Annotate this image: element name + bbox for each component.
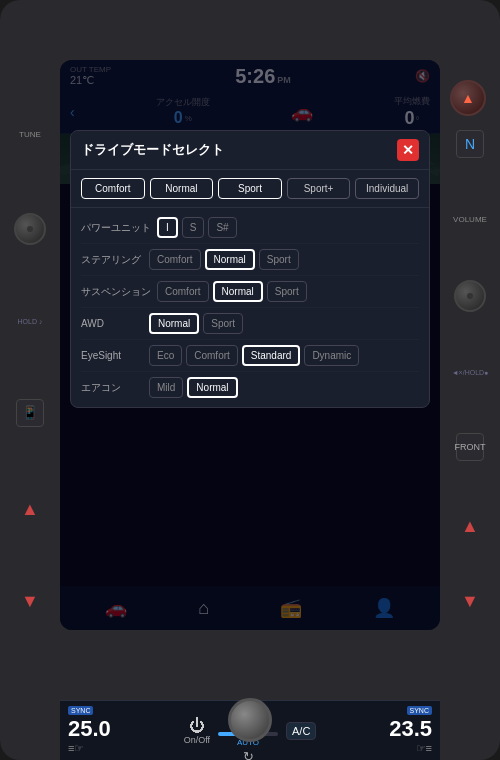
eyesight-eco-button[interactable]: Eco [149, 345, 182, 366]
main-screen: OUT TEMP 21℃ 5:26 PM 🔇 ‹ アクセル開度 0 % 🚗 [60, 60, 440, 630]
steering-options: Comfort Normal Sport [149, 249, 419, 270]
volume-knob-inner [467, 293, 473, 299]
side-right-controls: N VOLUME ◄×/HOLD● FRONT ▲ ▼ [444, 120, 496, 620]
fan-icon-left: ≡☞ [68, 742, 84, 755]
modal-header: ドライブモードセレクト ✕ [71, 131, 429, 170]
powerunit-shash-button[interactable]: S# [208, 217, 236, 238]
gear-knob[interactable] [228, 698, 272, 742]
steering-row: ステアリング Comfort Normal Sport [81, 244, 419, 276]
ac-label: エアコン [81, 381, 143, 395]
eyesight-standard-button[interactable]: Standard [242, 345, 301, 366]
climate-left-temp: SYNC 25.0 ≡☞ [68, 706, 111, 755]
powerunit-row: パワーユニット I S S# [81, 212, 419, 244]
up-arrow-left[interactable]: ▲ [21, 500, 39, 518]
eyesight-options: Eco Comfort Standard Dynamic [149, 345, 419, 366]
mode-individual-button[interactable]: Individual [355, 178, 419, 199]
volume-knob[interactable] [454, 280, 486, 312]
ac-row: エアコン Mild Normal [81, 372, 419, 403]
modal-title: ドライブモードセレクト [81, 141, 224, 159]
hold-label-left: HOLD ♪ [18, 318, 43, 325]
eyesight-label: EyeSight [81, 350, 143, 361]
suspension-label: サスペンション [81, 285, 151, 299]
right-temp-value: 23.5 [389, 716, 432, 742]
modal-close-button[interactable]: ✕ [397, 139, 419, 161]
gear-shift-area [200, 690, 300, 750]
powerunit-i-button[interactable]: I [157, 217, 178, 238]
sync-badge-right: SYNC [407, 706, 432, 715]
powerunit-label: パワーユニット [81, 221, 151, 235]
suspension-comfort-button[interactable]: Comfort [157, 281, 209, 302]
mode-comfort-button[interactable]: Comfort [81, 178, 145, 199]
front-icon: FRONT [455, 442, 486, 452]
volume-label: VOLUME [453, 215, 487, 224]
awd-options: Normal Sport [149, 313, 419, 334]
suspension-row: サスペンション Comfort Normal Sport [81, 276, 419, 308]
awd-sport-button[interactable]: Sport [203, 313, 243, 334]
ac-mild-button[interactable]: Mild [149, 377, 183, 398]
ac-normal-button[interactable]: Normal [187, 377, 237, 398]
sync-badge-left: SYNC [68, 706, 93, 715]
nfc-icon: N [465, 136, 475, 152]
suspension-options: Comfort Normal Sport [157, 281, 419, 302]
powerunit-options: I S S# [157, 217, 419, 238]
up-arrow-right[interactable]: ▲ [461, 517, 479, 535]
hold-label-right: ◄×/HOLD● [452, 369, 489, 376]
tune-knob-inner [27, 226, 33, 232]
setting-rows: パワーユニット I S S# ステアリング Comfort Normal Spo… [71, 208, 429, 407]
awd-label: AWD [81, 318, 143, 329]
left-temp-value: 25.0 [68, 716, 111, 742]
steering-comfort-button[interactable]: Comfort [149, 249, 201, 270]
eyesight-row: EyeSight Eco Comfort Standard Dynamic [81, 340, 419, 372]
powerunit-s-button[interactable]: S [182, 217, 205, 238]
eyesight-dynamic-button[interactable]: Dynamic [304, 345, 359, 366]
mode-normal-button[interactable]: Normal [150, 178, 214, 199]
awd-row: AWD Normal Sport [81, 308, 419, 340]
climate-right-temp: SYNC 23.5 ☞≡ [389, 706, 432, 755]
recirculate-icon: ↻ [243, 749, 254, 761]
mode-sportplus-button[interactable]: Sport+ [287, 178, 351, 199]
tune-label: TUNE [19, 130, 41, 139]
ac-options: Mild Normal [149, 377, 419, 398]
suspension-normal-button[interactable]: Normal [213, 281, 263, 302]
steering-label: ステアリング [81, 253, 143, 267]
tune-knob[interactable] [14, 213, 46, 245]
phone-button[interactable]: 📱 [16, 399, 44, 427]
mode-sport-button[interactable]: Sport [218, 178, 282, 199]
steering-normal-button[interactable]: Normal [205, 249, 255, 270]
front-button[interactable]: FRONT [456, 433, 484, 461]
hazard-icon: ▲ [461, 90, 475, 106]
side-left-controls: TUNE HOLD ♪ 📱 ▲ ▼ [4, 120, 56, 620]
hazard-button[interactable]: ▲ [450, 80, 486, 116]
recirculate-button[interactable]: ↻ [243, 749, 254, 761]
nfc-button[interactable]: N [456, 130, 484, 158]
fan-icon-right: ☞≡ [416, 742, 432, 755]
mode-buttons-row: Comfort Normal Sport Sport+ Individual [71, 170, 429, 208]
awd-normal-button[interactable]: Normal [149, 313, 199, 334]
steering-sport-button[interactable]: Sport [259, 249, 299, 270]
suspension-sport-button[interactable]: Sport [267, 281, 307, 302]
phone-icon: 📱 [22, 405, 38, 420]
drive-mode-modal: ドライブモードセレクト ✕ Comfort Normal Sport Sport… [70, 130, 430, 408]
car-bezel: ▲ OUT TEMP 21℃ 5:26 PM 🔇 ‹ アクセル開度 0 [0, 0, 500, 760]
down-arrow-right[interactable]: ▼ [461, 592, 479, 610]
eyesight-comfort-button[interactable]: Comfort [186, 345, 238, 366]
down-arrow-left[interactable]: ▼ [21, 592, 39, 610]
